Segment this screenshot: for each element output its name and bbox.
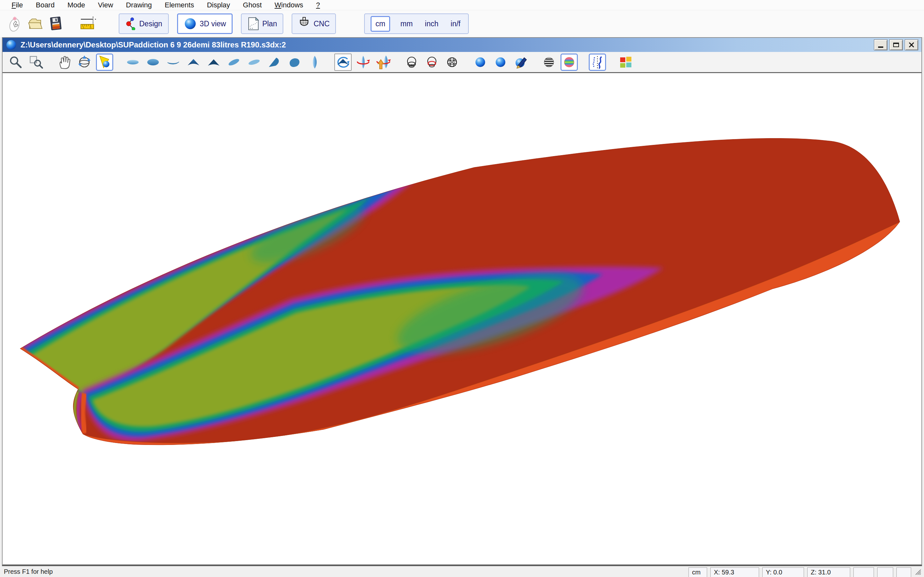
save-floppy-icon[interactable] [47,14,65,33]
status-empty-panel [853,567,874,577]
render-zebra-icon [542,55,556,69]
svg-text:1: 1 [83,26,84,29]
maximize-icon [893,43,899,47]
view-outline-icon [308,55,322,69]
menu-drawing[interactable]: Drawing [120,0,158,10]
render-shaded-tool[interactable] [472,53,489,71]
view-perspective-1-tool[interactable] [225,53,242,71]
render-shaded-icon [473,55,487,69]
rotate-flip-tool[interactable] [375,53,392,71]
orbit-rotate-icon [77,55,92,69]
status-empty-panel [897,567,911,577]
render-smooth-icon [493,55,507,69]
render-smooth-tool[interactable] [492,53,509,71]
status-bar: Press F1 for help cm X: 59.3 Y: 0.0 Z: 3… [0,566,924,577]
auto-rotate-tool[interactable] [334,53,352,71]
cnc-bit-icon [298,17,310,31]
document-title-bar[interactable]: Z:\Users\dennery\Desktop\SUPaddiction 6 … [3,38,921,52]
design-mode-label: Design [139,19,162,28]
view-perspective-2-tool[interactable] [246,53,263,71]
minimize-icon [878,47,883,48]
wireframe-red-icon [425,55,439,69]
3d-view-mode-label: 3D view [200,19,226,28]
units-panel: cm mm inch in/f [364,13,469,34]
wireframe-tool[interactable] [403,53,420,71]
rotate-longitudinal-tool[interactable] [355,53,372,71]
view-deck-tool[interactable] [124,53,142,71]
view-front-tool[interactable] [185,53,202,71]
unit-inf[interactable]: in/f [449,18,463,30]
curvature-curves-tool[interactable] [589,53,606,71]
menu-mode[interactable]: Mode [61,0,91,10]
pan-hand-icon [57,55,71,69]
rotate-flip-icon [376,55,391,69]
status-empty-panel [877,567,893,577]
dimensions-ruler-icon[interactable]: 10 [79,14,97,33]
zoom-window-icon [29,55,43,69]
maximize-button[interactable] [889,39,903,50]
view-perspective-4-tool[interactable] [286,53,303,71]
menu-elements[interactable]: Elements [158,0,200,10]
view-perspective-4-icon [288,55,302,69]
wizard-hand-icon[interactable] [6,14,24,33]
curvature-curves-icon [590,55,604,69]
render-curvature-map-tool[interactable] [561,53,578,71]
light-direction-tool[interactable] [96,53,113,71]
view-outline-tool[interactable] [306,53,323,71]
menu-file[interactable]: File [5,0,29,10]
orbit-tool[interactable] [76,53,93,71]
status-y-coordinate: Y: 0.0 [762,567,804,577]
menu-display[interactable]: Display [200,0,236,10]
unit-mm[interactable]: mm [399,18,415,30]
plan-sheet-icon [247,17,259,31]
status-help-text: Press F1 for help [2,568,688,575]
minimize-button[interactable] [874,39,887,50]
unit-cm[interactable]: cm [371,16,390,32]
menu-ghost[interactable]: Ghost [236,0,268,10]
view-toolbar [3,52,921,73]
open-folder-icon[interactable] [26,14,44,33]
design-colors-tool[interactable] [617,53,634,71]
render-zebra-tool[interactable] [540,53,557,71]
status-x-coordinate: X: 59.3 [710,567,759,577]
wireframe-icon [405,55,419,69]
cnc-mode-label: CNC [313,19,330,28]
view-back-icon [207,55,221,69]
zoom-window-tool[interactable] [27,53,45,71]
view-perspective-3-tool[interactable] [266,53,283,71]
viewport-canvas[interactable] [3,73,921,564]
render-paint-tool[interactable] [512,53,529,71]
view-perspective-1-icon [227,55,241,69]
resize-grip[interactable] [914,568,921,575]
design-mode-button[interactable]: Design [119,13,169,34]
view-perspective-2-icon [247,55,261,69]
auto-rotate-icon [336,55,351,69]
view-bottom-tool[interactable] [144,53,162,71]
menu-windows[interactable]: Windows [268,0,310,10]
menu-bar: File Board Mode View Drawing Elements Di… [0,0,924,10]
plan-mode-button[interactable]: Plan [241,13,283,34]
view-back-tool[interactable] [205,53,222,71]
zoom-tool[interactable] [7,53,24,71]
view-rocker-tool[interactable] [165,53,182,71]
wireframe-mesh-tool[interactable] [443,53,461,71]
wireframe-red-tool[interactable] [423,53,441,71]
close-button[interactable] [905,39,918,50]
pan-tool[interactable] [55,53,73,71]
board-surface [20,138,900,445]
menu-help[interactable]: ? [310,0,326,10]
render-curvature-map-icon [562,55,576,69]
view-rocker-icon [166,55,180,69]
menu-board[interactable]: Board [29,0,61,10]
unit-inch[interactable]: inch [423,18,440,30]
status-z-coordinate: Z: 31.0 [807,567,850,577]
view-deck-icon [126,55,140,69]
status-unit: cm [688,567,707,577]
open-folder-glyph [27,15,44,33]
sphere-3d-icon [184,17,197,30]
3d-view-mode-button[interactable]: 3D view [177,13,233,34]
board-3d-render[interactable] [3,73,921,564]
menu-view[interactable]: View [91,0,120,10]
cnc-mode-button[interactable]: CNC [292,13,336,34]
main-toolbar: 10 Design 3D view Plan CNC [0,10,924,37]
